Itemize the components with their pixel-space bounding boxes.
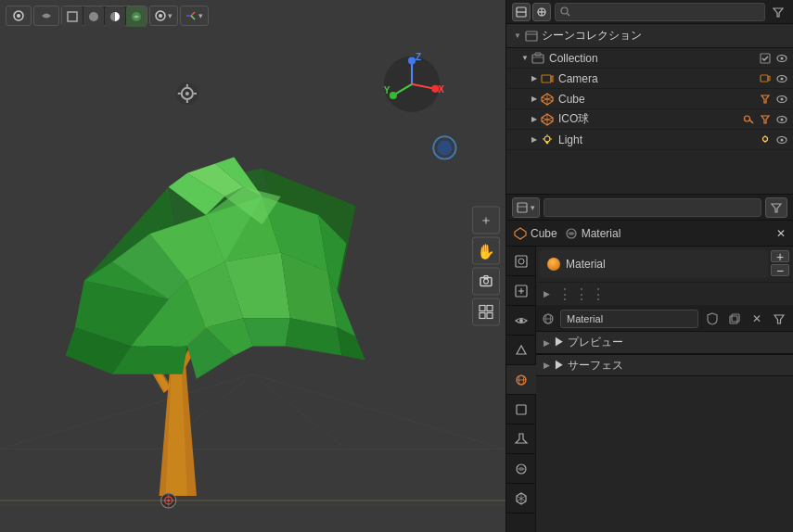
- pan-btn[interactable]: ✋: [472, 237, 500, 265]
- collection-eye-icon[interactable]: [774, 51, 789, 66]
- cube-label: Cube: [558, 93, 758, 106]
- prop-tab-scene[interactable]: [506, 336, 536, 365]
- properties-filter-btn[interactable]: [765, 197, 787, 218]
- material-add-btn[interactable]: +: [771, 250, 789, 262]
- light-icon: [540, 133, 555, 147]
- svg-marker-100: [768, 76, 770, 81]
- svg-marker-107: [761, 95, 769, 103]
- svg-point-138: [518, 259, 524, 264]
- properties-mode-icon: [517, 202, 528, 213]
- light-label: Light: [558, 133, 758, 146]
- solid-mode-btn[interactable]: [83, 6, 104, 27]
- render-mode-btn[interactable]: [126, 6, 147, 27]
- outliner-row-collection[interactable]: Collection: [506, 48, 793, 69]
- material-name-input[interactable]: Material: [560, 310, 698, 328]
- outliner-row-light[interactable]: Light: [506, 130, 793, 150]
- prop-tab-material[interactable]: [506, 454, 536, 484]
- outliner-icon-btn-1[interactable]: [512, 3, 531, 21]
- ico-key-icon[interactable]: [741, 112, 756, 127]
- camera-view-btn[interactable]: [472, 268, 500, 296]
- svg-point-120: [544, 136, 550, 142]
- material-filter-btn[interactable]: [771, 310, 787, 327]
- properties-search-input[interactable]: [544, 198, 761, 217]
- mat-surface-section[interactable]: ▶ ▶ サーフェス: [536, 354, 793, 376]
- outliner-row-ico[interactable]: ICO球: [506, 109, 793, 130]
- cube-eye-icon[interactable]: [774, 92, 789, 107]
- material-copy-btn[interactable]: [726, 310, 743, 327]
- gizmo-btn[interactable]: ▾: [180, 6, 209, 26]
- prop-tab-object[interactable]: [506, 395, 536, 424]
- material-color-dot: [547, 258, 560, 271]
- material-remove-btn[interactable]: −: [771, 264, 789, 276]
- svg-point-51: [408, 57, 416, 65]
- svg-point-3: [89, 12, 98, 21]
- prop-tab-world[interactable]: [506, 365, 536, 395]
- properties-panel: ▾: [506, 195, 793, 532]
- light-icon2[interactable]: [758, 133, 773, 147]
- svg-marker-156: [774, 315, 784, 323]
- expand-cube-arrow[interactable]: [529, 94, 540, 105]
- material-delete-btn[interactable]: ✕: [748, 310, 765, 327]
- svg-marker-89: [774, 8, 783, 17]
- looksdev-mode-btn[interactable]: [105, 6, 125, 27]
- svg-point-96: [781, 57, 784, 59]
- svg-rect-79: [487, 306, 492, 311]
- surface-label: ▶ サーフェス: [554, 358, 623, 374]
- material-header-tabs: Cube Material ✕: [506, 221, 793, 247]
- outliner-filter-btn[interactable]: [769, 3, 787, 21]
- prop-tab-output[interactable]: [506, 276, 536, 306]
- material-list-container: Material + −: [540, 250, 789, 278]
- expand-light-arrow[interactable]: [529, 134, 540, 146]
- svg-rect-97: [542, 75, 551, 82]
- expand-camera-arrow[interactable]: [529, 73, 540, 84]
- collection-label: Collection: [549, 52, 758, 65]
- prop-tab-render[interactable]: [506, 247, 536, 276]
- material-expand-arrow[interactable]: ▶: [544, 289, 550, 298]
- ico-label: ICO球: [558, 111, 741, 127]
- collection-icon: [531, 51, 545, 66]
- viewport[interactable]: ▾ ▾: [0, 0, 505, 532]
- viewport-toolbar: ▾ ▾: [6, 6, 209, 26]
- ico-eye-icon[interactable]: [774, 112, 789, 127]
- prop-tab-data[interactable]: [506, 484, 536, 513]
- camera-eye-icon[interactable]: [774, 71, 789, 86]
- grid-btn[interactable]: [472, 298, 500, 326]
- svg-marker-98: [551, 76, 553, 82]
- svg-line-9: [191, 16, 195, 19]
- collection-check-icon[interactable]: [758, 51, 773, 66]
- svg-point-119: [781, 118, 784, 120]
- wire-mode-btn[interactable]: [62, 6, 83, 27]
- view-mode-btn[interactable]: [6, 6, 32, 26]
- light-eye-icon[interactable]: [774, 133, 789, 147]
- mat-preview-section[interactable]: ▶ ▶ プレビュー: [536, 332, 793, 354]
- prop-tab-modifier[interactable]: [506, 424, 536, 454]
- ico-mesh-icon: [540, 112, 555, 127]
- material-bottom-header: Material: [536, 306, 793, 332]
- outliner-icon-btn-2[interactable]: [532, 3, 551, 21]
- expand-collection-arrow[interactable]: [519, 53, 531, 64]
- svg-marker-134: [772, 204, 781, 212]
- material-cube-label: Cube: [531, 227, 557, 240]
- prop-tab-view[interactable]: [506, 306, 536, 336]
- outliner-row-camera[interactable]: Camera: [506, 69, 793, 89]
- svg-text:X: X: [438, 84, 444, 95]
- shading-btn[interactable]: [33, 6, 59, 26]
- scene-collection-bar[interactable]: ▼ シーンコレクション: [506, 24, 793, 48]
- camera-icon2[interactable]: [758, 71, 773, 86]
- svg-line-116: [751, 121, 752, 122]
- search-icon: [560, 6, 570, 17]
- outliner-row-cube[interactable]: Cube: [506, 89, 793, 109]
- overlay-btn[interactable]: ▾: [149, 6, 178, 26]
- material-mat-tab[interactable]: Material: [565, 227, 621, 240]
- zoom-in-btn[interactable]: ＋: [472, 207, 500, 234]
- material-shield-btn[interactable]: [704, 310, 721, 327]
- material-list-item[interactable]: Material: [540, 250, 768, 278]
- material-close-btn[interactable]: ✕: [776, 227, 786, 240]
- material-cube-tab[interactable]: Cube: [514, 227, 557, 240]
- ico-filter-icon[interactable]: [758, 112, 773, 127]
- svg-rect-132: [518, 203, 527, 212]
- svg-point-126: [763, 136, 768, 141]
- expand-ico-arrow[interactable]: [529, 114, 540, 125]
- cube-filter-icon[interactable]: [758, 92, 773, 107]
- properties-main: Material + − ▶ ⋮⋮⋮: [536, 247, 793, 532]
